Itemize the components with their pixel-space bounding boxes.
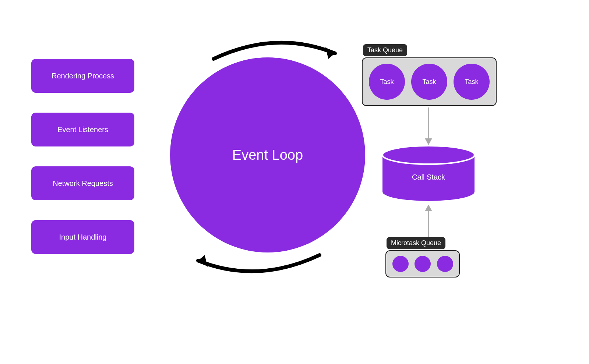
microtask-item [415,256,431,272]
arrow-bottom-icon [187,244,327,281]
event-loop-label: Event Loop [232,147,303,163]
svg-marker-1 [198,255,208,267]
svg-marker-0 [325,47,335,59]
box-network-requests: Network Requests [31,166,134,200]
svg-marker-3 [425,138,432,145]
microtask-queue-container [385,250,460,278]
box-label: Event Listeners [57,126,108,134]
call-stack-cylinder: Call Stack [382,146,475,201]
task-item: Task [411,64,447,100]
call-stack-label: Call Stack [382,173,475,181]
microtask-queue-label: Microtask Queue [387,237,445,249]
diagram-canvas: Rendering Process Event Listeners Networ… [0,0,589,364]
arrow-down-icon [423,107,434,146]
microtask-item [392,256,409,272]
task-item: Task [454,64,490,100]
box-rendering-process: Rendering Process [31,59,134,93]
box-label: Input Handling [59,233,107,241]
box-input-handling: Input Handling [31,220,134,254]
task-item: Task [369,64,405,100]
arrow-top-icon [206,33,346,70]
event-loop-circle: Event Loop [170,57,365,252]
microtask-item [437,256,453,272]
task-queue-label: Task Queue [363,44,407,56]
box-event-listeners: Event Listeners [31,113,134,146]
box-label: Network Requests [53,179,113,188]
box-label: Rendering Process [52,72,114,80]
task-queue-container: Task Task Task [362,57,497,106]
svg-marker-7 [425,205,432,211]
